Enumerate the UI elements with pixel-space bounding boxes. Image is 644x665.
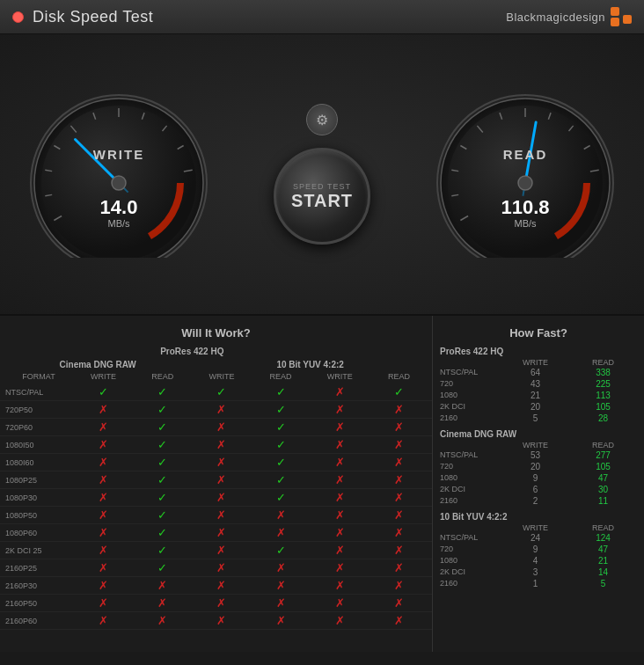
close-button[interactable]: [12, 11, 24, 23]
right-col-header: [440, 441, 501, 449]
table-cell: ✗: [74, 455, 133, 470]
table-cell: ✗: [370, 490, 428, 505]
table-cell: ✗: [311, 402, 370, 417]
brand-logo: Blackmagicdesign: [506, 7, 632, 26]
table-cell: ✗: [370, 472, 428, 487]
settings-button[interactable]: ⚙: [306, 104, 338, 135]
table-row: 1080p25✗✓✗✓✗✗: [0, 471, 432, 489]
list-item: 72020105: [440, 461, 637, 472]
list-item: 1080421: [440, 555, 637, 566]
table-cell: ✗: [251, 578, 310, 593]
list-item: 2K DCI630: [440, 484, 637, 495]
center-controls: ⚙ SPEED TEST START: [274, 104, 370, 245]
table-row: 2160p25✗✓✗✗✗✗: [0, 559, 432, 577]
row-label: 2K DCI: [440, 485, 501, 494]
left-table: Will It Work? ProRes 422 HQ Cinema DNG R…: [0, 316, 433, 652]
col-write-1: WRITE: [74, 371, 133, 384]
read-value: 47: [569, 544, 637, 554]
svg-text:WRITE: WRITE: [93, 147, 144, 162]
table-cell: ✓: [251, 543, 310, 558]
table-row: 1080i50✗✓✗✓✗✗: [0, 436, 432, 454]
read-value: 11: [569, 496, 637, 506]
write-value: 9: [501, 473, 569, 483]
right-col-headers: WRITEREAD: [440, 523, 637, 532]
list-item: NTSC/PAL53277: [440, 449, 637, 461]
table-cell: ✗: [370, 508, 428, 522]
read-gauge-container: READ 110.8 MB/s: [433, 91, 618, 258]
row-label: 2K DCI: [440, 567, 501, 577]
title-bar-left: Disk Speed Test: [12, 8, 153, 26]
row-label: NTSC/PAL: [4, 384, 74, 399]
table-cell: ✗: [74, 613, 133, 628]
table-cell: ✓: [133, 402, 192, 417]
table-cell: ✗: [311, 543, 370, 558]
right-col-headers: WRITEREAD: [440, 358, 637, 367]
read-value: 113: [569, 391, 637, 400]
table-cell: ✗: [192, 437, 251, 452]
list-item: NTSC/PAL24124: [440, 532, 637, 544]
col-group-3: 10 Bit YUV 4:2:2: [192, 358, 428, 371]
right-group: Cinema DNG RAWWRITEREADNTSC/PAL532777202…: [433, 428, 644, 507]
table-cell: ✗: [311, 560, 370, 575]
table-cell: ✗: [74, 525, 133, 540]
app-title: Disk Speed Test: [33, 8, 153, 26]
start-button[interactable]: SPEED TEST START: [274, 148, 370, 245]
write-value: 43: [501, 379, 569, 389]
right-group-title: ProRes 422 HQ: [440, 345, 637, 358]
brand-name: Blackmagicdesign: [506, 11, 605, 24]
table-cell: ✗: [311, 613, 370, 628]
svg-text:MB/s: MB/s: [107, 218, 130, 229]
right-section-title: How Fast?: [433, 323, 644, 345]
table-row: 720p60✗✓✗✓✗✗: [0, 419, 432, 436]
row-label: 1080: [440, 473, 501, 483]
table-cell: ✗: [192, 596, 251, 610]
row-label: 1080: [440, 391, 501, 400]
table-cell: ✗: [133, 613, 192, 628]
col-read-1: READ: [133, 371, 192, 384]
row-label: 1080i60: [4, 455, 74, 470]
col-read-2: READ: [251, 371, 310, 384]
right-col-header: READ: [569, 523, 637, 532]
col-read-3: READ: [370, 371, 428, 384]
write-value: 20: [501, 402, 569, 412]
svg-text:READ: READ: [503, 147, 548, 162]
row-label: 2160p30: [4, 578, 74, 593]
table-cell: ✗: [251, 560, 310, 575]
read-value: 30: [569, 485, 637, 494]
col-format: FORMAT: [4, 371, 74, 384]
list-item: 2160211: [440, 495, 637, 507]
table-cell: ✗: [251, 525, 310, 540]
read-value: 277: [569, 450, 637, 460]
write-value: 21: [501, 391, 569, 400]
table-row: 1080p60✗✓✗✗✗✗: [0, 524, 432, 542]
table-cell: ✗: [192, 472, 251, 487]
table-cell: ✗: [311, 455, 370, 470]
table-cell: ✗: [192, 578, 251, 593]
table-row: 1080i60✗✓✗✓✗✗: [0, 454, 432, 471]
write-value: 9: [501, 544, 569, 554]
read-value: 105: [569, 402, 637, 412]
right-col-header: [440, 523, 501, 532]
table-cell: ✓: [251, 490, 310, 505]
table-row: 720p50✗✓✗✓✗✗: [0, 401, 432, 419]
table-cell: ✗: [74, 472, 133, 487]
write-value: 3: [501, 567, 569, 577]
table-row: 2160p30✗✗✗✗✗✗: [0, 577, 432, 595]
table-cell: ✗: [311, 508, 370, 522]
col-write-2: WRITE: [192, 371, 251, 384]
brand-dot-1: [611, 7, 619, 16]
write-gauge: WRITE 14.0 MB/s: [26, 91, 211, 258]
table-cell: ✗: [74, 578, 133, 593]
table-cell: ✓: [133, 455, 192, 470]
table-cell: ✗: [192, 525, 251, 540]
start-label: START: [291, 191, 353, 211]
read-value: 14: [569, 567, 637, 577]
table-cell: ✗: [133, 578, 192, 593]
table-cell: ✗: [133, 596, 192, 610]
table-cell: ✓: [133, 543, 192, 558]
write-value: 53: [501, 450, 569, 460]
brand-dot-2: [611, 18, 619, 26]
row-label: 720: [440, 462, 501, 471]
write-value: 24: [501, 533, 569, 543]
read-value: 225: [569, 379, 637, 389]
